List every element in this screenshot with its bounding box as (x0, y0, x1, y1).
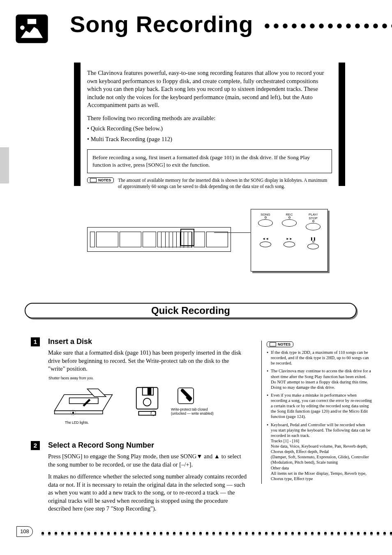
notes-label: NOTES (98, 178, 111, 182)
step-2-body-1: Press [SONG] to engage the Song Play mod… (48, 453, 249, 469)
title-dots: •••••••••••••••••••••• (264, 17, 392, 35)
rew-button[interactable] (260, 242, 271, 247)
intro-paragraph: The Clavinova features powerful, easy-to… (87, 69, 332, 109)
step-1-body: Make sure that a formatted disk (page 10… (48, 349, 244, 373)
rew-button-label: ◄◄ (260, 237, 271, 241)
intro-note-text: The amount of available memory for the i… (118, 177, 332, 190)
ff-button-label: ►► (284, 237, 295, 241)
step-1-figures: Shutter faces away from you. The LED lig… (48, 382, 238, 423)
side-notes: NOTES If the disk type is 2DD, a maximum… (261, 341, 372, 484)
step-1-number: 1 (31, 337, 40, 346)
step-1: 1 Insert a Disk Make sure that a formatt… (31, 337, 244, 373)
side-note-item: If the disk type is 2DD, a maximum of 11… (267, 350, 372, 366)
method-2: • Multi Track Recording (page 112) (87, 135, 332, 144)
step-2-title: Select a Record Song Number (48, 441, 154, 449)
song-button[interactable] (258, 219, 273, 227)
disk-drive-icon (48, 382, 118, 417)
keyboard-icon (270, 342, 276, 346)
playstop-button[interactable] (306, 223, 321, 230)
pause-button[interactable] (307, 244, 319, 249)
fig-shutter-caption: Shutter faces away from you. (48, 376, 94, 380)
step-1-title: Insert a Disk (48, 337, 92, 346)
page-icon (12, 12, 51, 45)
svg-point-9 (143, 398, 151, 406)
transport-buttons-callout: SONG REC PLAY/ STOP ◄◄ ►► ❚❚ (251, 209, 328, 272)
ff-button[interactable] (284, 242, 295, 247)
highlighted-panel-area (180, 229, 194, 246)
svg-point-2 (20, 26, 25, 30)
svg-rect-8 (148, 388, 151, 395)
rec-button[interactable] (282, 219, 297, 227)
svg-rect-10 (138, 411, 155, 415)
notes-label-side: NOTES (278, 342, 291, 346)
notes-badge: NOTES (87, 177, 114, 183)
rec-button-label: REC (282, 213, 297, 216)
playstop-button-label: PLAY/ STOP (306, 213, 321, 220)
fig-led-caption: The LED lights. (65, 420, 89, 425)
page-number: 108 (16, 526, 33, 537)
pre-record-note-box: Before recording a song, first insert a … (87, 149, 332, 173)
side-note-item: Even if you make a mistake in performanc… (267, 392, 372, 420)
intro-block: The Clavinova features powerful, easy-to… (74, 63, 345, 186)
side-tab (0, 147, 9, 183)
keyboard-diagram (87, 227, 231, 252)
song-button-label: SONG (258, 213, 273, 216)
footer-dots (39, 532, 392, 534)
section-header: Quick Recording (25, 303, 357, 318)
svg-point-4 (72, 412, 74, 414)
floppy-front-icon (135, 386, 159, 417)
method-1: • Quick Recording (See below.) (87, 125, 332, 133)
step-2-number: 2 (31, 441, 40, 450)
page-title: Song Recording •••••••••••••••••••••• (70, 11, 392, 37)
keyboard-icon (90, 178, 97, 182)
write-protect-icon (176, 386, 196, 406)
step-2: 2 Select a Record Song Number Press [SON… (31, 441, 249, 513)
methods-intro: There following two recording methods ar… (87, 114, 332, 123)
side-note-item: Keyboard, Pedal and Controller will be r… (267, 422, 372, 481)
title-text: Song Recording (70, 11, 253, 37)
notes-badge-side: NOTES (267, 341, 293, 347)
fig-slider-caption: Write-protect tab closed (unlocked — wri… (171, 407, 220, 416)
side-note-item: The Clavinova may continue to access the… (267, 368, 372, 390)
svg-rect-1 (28, 19, 36, 24)
pause-button-label: ❚❚ (307, 237, 319, 241)
svg-rect-3 (69, 398, 98, 404)
step-2-body-2: It makes no difference whether the selec… (48, 473, 249, 513)
